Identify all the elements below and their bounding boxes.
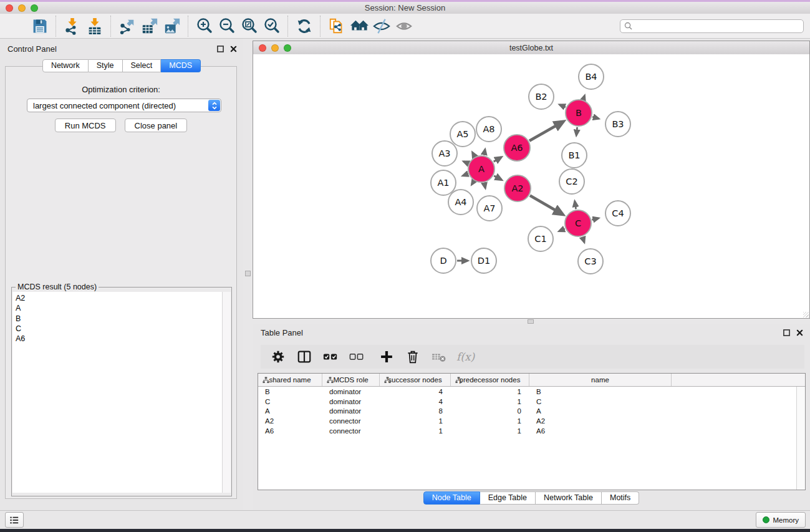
graph-node-C2[interactable]: C2 — [559, 169, 584, 194]
graph-edge-C-C2[interactable] — [575, 201, 576, 210]
table-row[interactable]: Cdominator41C — [258, 397, 805, 407]
window-resize-corner[interactable] — [803, 312, 809, 317]
graph-node-A8[interactable]: A8 — [476, 117, 501, 142]
column-header-shared-name[interactable]: shared name — [258, 374, 322, 386]
table-scrollbar[interactable] — [796, 387, 805, 490]
graph-node-B[interactable]: B — [566, 100, 592, 126]
column-header-MCDS-role[interactable]: MCDS role — [322, 374, 380, 386]
float-panel-icon[interactable] — [783, 329, 790, 336]
column-header-successor-nodes[interactable]: successor nodes — [380, 374, 451, 386]
home-view-button[interactable] — [348, 15, 370, 37]
search-box[interactable] — [620, 19, 804, 33]
graph-node-B1[interactable]: B1 — [562, 143, 587, 168]
graph-edge-B-B4[interactable] — [583, 95, 584, 99]
task-history-button[interactable] — [5, 512, 24, 528]
save-session-button[interactable] — [29, 15, 51, 37]
graph-node-A[interactable]: A — [468, 156, 494, 182]
graph-node-C1[interactable]: C1 — [528, 226, 553, 251]
graph-node-C4[interactable]: C4 — [605, 201, 630, 226]
graph-edge-B-B1[interactable] — [576, 127, 577, 135]
tab-network[interactable]: Network — [42, 59, 89, 72]
optimization-dropdown[interactable]: largest connected component (directed) — [27, 99, 221, 112]
graph-node-A5[interactable]: A5 — [450, 122, 475, 147]
show-all-button[interactable] — [393, 15, 415, 37]
close-panel-button[interactable]: Close panel — [125, 118, 188, 132]
graph-node-B3[interactable]: B3 — [605, 112, 630, 137]
table-tab-network-table[interactable]: Network Table — [536, 491, 602, 505]
column-manager-button[interactable] — [296, 348, 313, 365]
graph-edge-A-A7[interactable] — [485, 183, 486, 188]
mcds-result-item[interactable]: A2 — [16, 293, 223, 303]
close-panel-icon[interactable] — [230, 46, 237, 52]
import-network-button[interactable] — [61, 15, 84, 37]
hide-selected-button[interactable] — [370, 15, 393, 37]
graph-node-D1[interactable]: D1 — [471, 248, 496, 273]
graph-node-B4[interactable]: B4 — [579, 64, 604, 89]
export-network-button[interactable] — [116, 15, 138, 37]
graph-edge-B-B2[interactable] — [559, 105, 566, 107]
graph-edge-B-B3[interactable] — [592, 117, 599, 118]
table-tab-node-table[interactable]: Node Table — [423, 491, 480, 505]
clone-network-button[interactable] — [325, 15, 348, 37]
graph-edge-A-A4[interactable] — [471, 181, 473, 185]
table-tab-motifs[interactable]: Motifs — [602, 491, 639, 505]
graph-node-A7[interactable]: A7 — [477, 196, 502, 221]
graph-edge-A6-B[interactable] — [529, 122, 564, 141]
graph-node-A4[interactable]: A4 — [448, 190, 473, 215]
column-header-predecessor-nodes[interactable]: predecessor nodes — [451, 374, 529, 386]
graph-node-A1[interactable]: A1 — [431, 170, 456, 195]
graph-edge-A-A6[interactable] — [494, 157, 501, 162]
network-window-titlebar[interactable]: testGlobe.txt — [253, 41, 809, 55]
mcds-result-item[interactable]: A6 — [16, 334, 223, 344]
graph-edge-C-C4[interactable] — [592, 218, 599, 220]
float-panel-icon[interactable] — [217, 46, 224, 52]
table-tab-edge-table[interactable]: Edge Table — [480, 491, 536, 505]
select-all-button[interactable] — [322, 348, 339, 365]
mcds-result-item[interactable]: B — [16, 314, 223, 324]
vertical-splitter-handle[interactable] — [245, 271, 251, 276]
graph-edge-A-A8[interactable] — [484, 149, 485, 155]
graph-node-C3[interactable]: C3 — [578, 249, 603, 274]
graph-edge-A-A1[interactable] — [463, 174, 468, 176]
refresh-button[interactable] — [293, 15, 316, 37]
graph-node-B2[interactable]: B2 — [529, 84, 554, 109]
open-session-button[interactable] — [6, 15, 29, 37]
graph-node-A6[interactable]: A6 — [504, 135, 530, 161]
graph-edge-A-A5[interactable] — [473, 152, 475, 157]
graph-node-D[interactable]: D — [431, 248, 456, 273]
table-row[interactable]: A2connector11A2 — [258, 416, 805, 426]
graph-edge-C-C1[interactable] — [559, 229, 565, 231]
graph-node-A2[interactable]: A2 — [504, 175, 531, 201]
graph-edge-C-C3[interactable] — [582, 237, 584, 243]
delete-column-button[interactable] — [404, 348, 422, 365]
graph-node-A3[interactable]: A3 — [432, 141, 457, 166]
close-panel-icon[interactable] — [796, 329, 803, 336]
function-builder-button[interactable]: f(x) — [456, 351, 475, 363]
table-row[interactable]: Adominator80A — [258, 407, 805, 417]
mcds-result-item[interactable]: A — [16, 303, 223, 313]
deselect-all-button[interactable] — [348, 348, 365, 365]
run-mcds-button[interactable]: Run MCDS — [55, 118, 116, 132]
export-image-button[interactable] — [161, 15, 183, 37]
zoom-out-button[interactable] — [216, 15, 238, 37]
graph-edge-A-A3[interactable] — [463, 162, 468, 163]
add-column-button[interactable] — [378, 348, 395, 365]
tab-style[interactable]: Style — [89, 59, 123, 72]
zoom-selected-button[interactable] — [261, 15, 283, 37]
delete-table-button[interactable] — [430, 348, 448, 365]
export-table-button[interactable] — [138, 15, 161, 37]
search-input[interactable] — [635, 21, 803, 31]
memory-button[interactable]: Memory — [756, 512, 806, 528]
table-row[interactable]: Bdominator41B — [258, 387, 805, 397]
mcds-result-item[interactable]: C — [16, 324, 223, 334]
table-options-button[interactable] — [269, 348, 287, 365]
zoom-fit-button[interactable] — [238, 15, 261, 37]
graph-edge-A-A2[interactable] — [494, 176, 501, 180]
result-scrollbar[interactable] — [222, 292, 231, 493]
tab-select[interactable]: Select — [123, 59, 162, 72]
horizontal-splitter-handle[interactable] — [528, 319, 534, 324]
tab-mcds[interactable]: MCDS — [161, 59, 201, 72]
graph-node-C[interactable]: C — [565, 210, 591, 236]
import-table-button[interactable] — [84, 15, 106, 37]
mcds-result-list[interactable]: A2ABCA6 — [12, 292, 223, 493]
